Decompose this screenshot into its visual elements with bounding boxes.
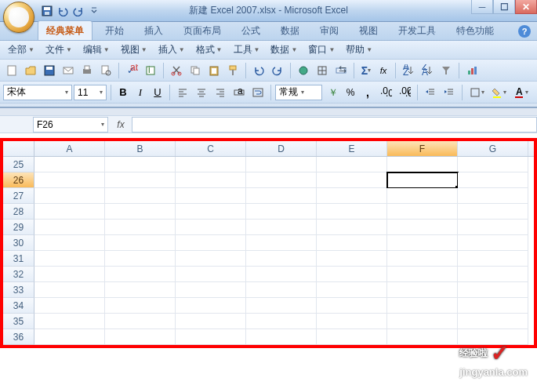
menu-window[interactable]: 窗口▼ bbox=[303, 42, 339, 58]
cell[interactable] bbox=[317, 157, 387, 172]
filter-icon[interactable] bbox=[437, 62, 455, 79]
print-preview-icon[interactable] bbox=[97, 62, 114, 79]
cell[interactable] bbox=[176, 329, 246, 345]
maximize-button[interactable]: ☐ bbox=[493, 0, 515, 14]
menu-all[interactable]: 全部▼ bbox=[3, 42, 39, 58]
cell[interactable] bbox=[176, 267, 246, 282]
font-color-icon[interactable]: A▾ bbox=[510, 84, 531, 101]
currency-icon[interactable]: ￥ bbox=[324, 84, 341, 101]
tab-insert[interactable]: 插入 bbox=[136, 21, 171, 40]
save-icon[interactable] bbox=[41, 62, 58, 79]
cell[interactable] bbox=[317, 188, 387, 204]
decrease-decimal-icon[interactable]: .00.0 bbox=[396, 84, 413, 101]
sort-asc-icon[interactable]: AZ bbox=[400, 62, 417, 79]
menu-file[interactable]: 文件▼ bbox=[41, 42, 77, 58]
cell[interactable] bbox=[176, 188, 246, 204]
paste-icon[interactable] bbox=[205, 62, 223, 79]
cell[interactable] bbox=[387, 251, 458, 267]
print-icon[interactable] bbox=[78, 62, 96, 79]
close-button[interactable]: ✕ bbox=[515, 0, 537, 14]
cell[interactable] bbox=[387, 172, 458, 188]
italic-button[interactable]: I bbox=[132, 84, 148, 101]
cell[interactable] bbox=[387, 314, 458, 329]
name-box[interactable]: F26 ▾ bbox=[33, 117, 108, 132]
chart-icon[interactable] bbox=[463, 62, 481, 79]
align-right-icon[interactable] bbox=[212, 84, 229, 101]
cell[interactable] bbox=[34, 172, 105, 188]
menu-insert[interactable]: 插入▼ bbox=[154, 42, 190, 58]
cell[interactable] bbox=[176, 157, 246, 172]
redo-icon[interactable] bbox=[72, 5, 85, 17]
cell[interactable] bbox=[317, 220, 387, 235]
cell[interactable] bbox=[246, 220, 317, 235]
select-all-corner[interactable] bbox=[3, 141, 34, 156]
qat-dropdown-icon[interactable] bbox=[88, 5, 100, 17]
hyperlink-icon[interactable] bbox=[295, 62, 312, 79]
cell[interactable] bbox=[246, 329, 317, 345]
cell[interactable] bbox=[317, 267, 387, 282]
row-header[interactable]: 28 bbox=[3, 204, 34, 220]
tab-review[interactable]: 审阅 bbox=[312, 21, 347, 40]
cell[interactable] bbox=[458, 220, 528, 235]
cell[interactable] bbox=[105, 188, 176, 204]
cell[interactable] bbox=[34, 267, 105, 282]
cell[interactable] bbox=[34, 235, 105, 251]
menu-tools[interactable]: 工具▼ bbox=[229, 42, 265, 58]
minimize-button[interactable]: ─ bbox=[471, 0, 493, 14]
cell[interactable] bbox=[34, 298, 105, 314]
fx-button[interactable]: fx bbox=[113, 118, 129, 132]
cell[interactable] bbox=[34, 220, 105, 235]
cell[interactable] bbox=[458, 251, 528, 267]
tab-special[interactable]: 特色功能 bbox=[448, 21, 502, 40]
cell[interactable] bbox=[246, 188, 317, 204]
cell[interactable] bbox=[176, 172, 246, 188]
cell[interactable] bbox=[458, 282, 528, 298]
cell[interactable] bbox=[105, 204, 176, 220]
cell[interactable] bbox=[458, 314, 528, 329]
cell[interactable] bbox=[387, 329, 458, 345]
cell[interactable] bbox=[387, 282, 458, 298]
undo-icon[interactable] bbox=[250, 62, 267, 79]
menu-help[interactable]: 帮助▼ bbox=[341, 42, 377, 58]
cell[interactable] bbox=[387, 157, 458, 172]
cell[interactable] bbox=[387, 267, 458, 282]
spellcheck-icon[interactable]: ✓ab bbox=[123, 62, 140, 79]
row-header[interactable]: 35 bbox=[3, 314, 34, 329]
tab-data[interactable]: 数据 bbox=[273, 21, 307, 40]
cell[interactable] bbox=[458, 267, 528, 282]
merge-center-icon[interactable]: a bbox=[230, 84, 248, 101]
cell[interactable] bbox=[34, 188, 105, 204]
font-size-combo[interactable]: 11▾ bbox=[74, 85, 107, 100]
row-header[interactable]: 27 bbox=[3, 188, 34, 204]
cell[interactable] bbox=[105, 157, 176, 172]
menu-data[interactable]: 数据▼ bbox=[266, 42, 302, 58]
column-header[interactable]: E bbox=[317, 141, 387, 156]
bold-button[interactable]: B bbox=[115, 84, 131, 101]
tab-page-layout[interactable]: 页面布局 bbox=[176, 21, 229, 40]
cell[interactable] bbox=[105, 220, 176, 235]
cell[interactable] bbox=[105, 172, 176, 188]
cell[interactable] bbox=[176, 235, 246, 251]
format-painter-icon[interactable] bbox=[224, 62, 241, 79]
cell[interactable] bbox=[34, 204, 105, 220]
save-icon[interactable] bbox=[41, 5, 53, 17]
cell[interactable] bbox=[176, 251, 246, 267]
undo-icon[interactable] bbox=[56, 5, 69, 17]
increase-indent-icon[interactable] bbox=[441, 84, 458, 101]
comma-icon[interactable]: , bbox=[360, 84, 376, 101]
cell[interactable] bbox=[246, 251, 317, 267]
row-header[interactable]: 30 bbox=[3, 235, 34, 251]
menu-edit[interactable]: 编辑▼ bbox=[78, 42, 114, 58]
row-header[interactable]: 36 bbox=[3, 329, 34, 345]
redo-icon[interactable] bbox=[269, 62, 286, 79]
cell[interactable] bbox=[458, 157, 528, 172]
percent-icon[interactable]: % bbox=[343, 84, 358, 101]
insert-function-icon[interactable]: fx bbox=[376, 62, 391, 79]
research-icon[interactable]: i bbox=[142, 62, 159, 79]
cell[interactable] bbox=[458, 188, 528, 204]
cell[interactable] bbox=[317, 204, 387, 220]
cell[interactable] bbox=[458, 172, 528, 188]
cell[interactable] bbox=[34, 157, 105, 172]
cell[interactable] bbox=[34, 329, 105, 345]
cell[interactable] bbox=[105, 251, 176, 267]
